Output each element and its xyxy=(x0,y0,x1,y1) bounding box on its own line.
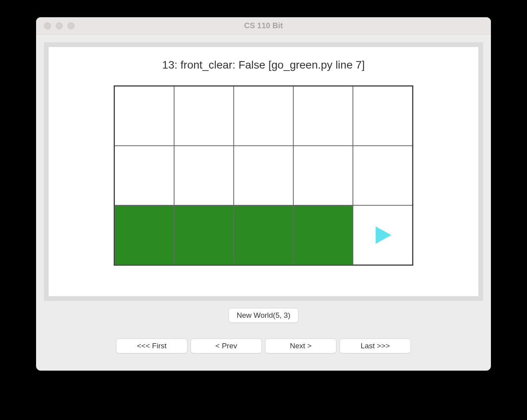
app-window: CS 110 Bit 13: front_clear: False [go_gr… xyxy=(36,17,491,371)
grid-cell xyxy=(353,86,413,146)
bit-arrow-icon xyxy=(371,223,394,247)
last-button[interactable]: Last >>> xyxy=(340,339,411,353)
grid-cell xyxy=(293,146,353,205)
grid-cell xyxy=(114,146,174,205)
status-text: 13: front_clear: False [go_green.py line… xyxy=(162,59,365,71)
window-title: CS 110 Bit xyxy=(36,21,491,30)
nav-row: <<< First < Prev Next > Last >>> xyxy=(44,339,483,353)
grid-cell xyxy=(114,86,174,146)
new-world-row: New World(5, 3) xyxy=(44,308,483,323)
prev-button[interactable]: < Prev xyxy=(191,339,262,353)
grid-cell-green xyxy=(114,205,174,265)
zoom-icon[interactable] xyxy=(67,22,75,29)
close-icon[interactable] xyxy=(44,22,51,29)
grid-cell xyxy=(234,146,293,205)
minimize-icon[interactable] xyxy=(56,22,63,29)
canvas: 13: front_clear: False [go_green.py line… xyxy=(49,47,478,296)
traffic-lights xyxy=(36,22,75,29)
first-button[interactable]: <<< First xyxy=(116,339,187,353)
grid-cell-green xyxy=(174,205,234,265)
grid-cell xyxy=(293,86,353,146)
new-world-button[interactable]: New World(5, 3) xyxy=(229,308,299,323)
titlebar: CS 110 Bit xyxy=(36,17,491,34)
grid-cell xyxy=(174,86,234,146)
grid-cell-green xyxy=(293,205,353,265)
grid-cell xyxy=(353,146,413,205)
grid-cell-bit xyxy=(353,205,413,265)
grid-cell xyxy=(234,86,293,146)
next-button[interactable]: Next > xyxy=(265,339,336,353)
grid-cell-green xyxy=(234,205,293,265)
content-area: 13: front_clear: False [go_green.py line… xyxy=(36,34,491,371)
svg-marker-0 xyxy=(376,226,391,244)
world-grid xyxy=(114,85,413,266)
grid-cell xyxy=(174,146,234,205)
canvas-frame: 13: front_clear: False [go_green.py line… xyxy=(44,42,483,301)
